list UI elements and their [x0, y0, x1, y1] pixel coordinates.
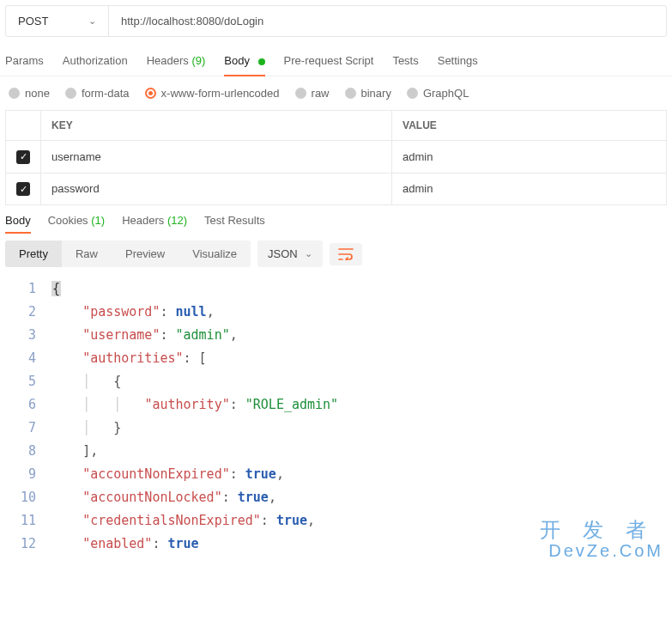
- line-number: 7: [5, 417, 51, 440]
- code-line: 10 "accountNonLocked": true,: [5, 486, 667, 509]
- code-line: 4 "authorities": [: [5, 347, 667, 370]
- line-content: "password": null,: [51, 301, 215, 324]
- code-line: 6 │ │ "authority": "ROLE_admin": [5, 393, 667, 417]
- line-content: │ }: [51, 417, 121, 440]
- tab-authorization[interactable]: Authorization: [63, 54, 128, 76]
- resp-cookies-count: (1): [91, 214, 105, 227]
- col-value: VALUE: [392, 111, 667, 141]
- wrap-lines-button[interactable]: [330, 243, 362, 265]
- resp-tab-body[interactable]: Body: [5, 214, 31, 234]
- resp-cookies-label: Cookies: [48, 214, 88, 227]
- tab-settings[interactable]: Settings: [438, 54, 478, 76]
- col-check: [6, 111, 41, 141]
- tab-params[interactable]: Params: [5, 54, 44, 76]
- code-line: 11 "credentialsNonExpired": true,: [5, 509, 667, 533]
- radio-icon: [407, 88, 418, 99]
- view-row: Pretty Raw Preview Visualize JSON ⌄: [0, 234, 672, 274]
- radio-binary-label: binary: [361, 87, 391, 100]
- code-line: 9 "accountNonExpired": true,: [5, 463, 667, 486]
- row-key[interactable]: password: [41, 173, 392, 205]
- radio-urlencoded-label: x-www-form-urlencoded: [161, 87, 280, 100]
- radio-formdata-label: form-data: [82, 87, 130, 100]
- line-number: 9: [5, 463, 51, 486]
- line-number: 2: [5, 301, 51, 324]
- code-line: 8 ],: [5, 440, 667, 463]
- line-number: 3: [5, 324, 51, 347]
- table-row[interactable]: ✓ username admin: [6, 141, 667, 173]
- view-raw[interactable]: Raw: [62, 240, 112, 267]
- line-number: 11: [5, 509, 51, 533]
- row-value[interactable]: admin: [392, 141, 667, 173]
- row-checkbox-cell: ✓: [6, 173, 41, 205]
- request-tabs: Params Authorization Headers (9) Body Pr…: [0, 42, 672, 76]
- line-content: {: [51, 277, 61, 301]
- view-pretty[interactable]: Pretty: [5, 240, 62, 267]
- line-number: 10: [5, 486, 51, 509]
- line-content: "username": "admin",: [51, 324, 238, 347]
- code-line: 1{: [5, 277, 667, 301]
- request-row: POST ⌄: [5, 5, 667, 37]
- line-content: "credentialsNonExpired": true,: [51, 509, 315, 533]
- line-number: 6: [5, 393, 51, 417]
- radio-raw-label: raw: [312, 87, 330, 100]
- row-value[interactable]: admin: [392, 173, 667, 205]
- view-segment: Pretty Raw Preview Visualize: [5, 240, 251, 267]
- method-label: POST: [18, 15, 48, 27]
- radio-graphql-label: GraphQL: [423, 87, 469, 100]
- dot-icon: [258, 58, 265, 65]
- line-content: "accountNonLocked": true,: [51, 486, 276, 509]
- tab-prerequest[interactable]: Pre-request Script: [284, 54, 374, 76]
- code-line: 3 "username": "admin",: [5, 324, 667, 347]
- resp-tab-tests[interactable]: Test Results: [204, 214, 265, 234]
- row-key[interactable]: username: [41, 141, 392, 173]
- radio-icon: [295, 88, 306, 99]
- line-content: "authorities": [: [51, 347, 207, 370]
- col-key: KEY: [41, 111, 392, 141]
- code-line: 7 │ }: [5, 417, 667, 440]
- wrap-icon: [338, 248, 354, 260]
- radio-binary[interactable]: binary: [345, 87, 391, 100]
- radio-formdata[interactable]: form-data: [65, 87, 130, 100]
- line-content: "accountNonExpired": true,: [51, 463, 284, 486]
- tab-headers-label: Headers: [147, 54, 189, 67]
- response-tabs: Body Cookies (1) Headers (12) Test Resul…: [0, 205, 672, 234]
- url-input[interactable]: [109, 6, 666, 36]
- table-row[interactable]: ✓ password admin: [6, 173, 667, 205]
- radio-icon: [145, 88, 156, 99]
- format-label: JSON: [268, 247, 298, 260]
- line-number: 5: [5, 370, 51, 393]
- body-params-table: KEY VALUE ✓ username admin✓ password adm…: [5, 110, 667, 205]
- radio-none-label: none: [25, 87, 50, 100]
- radio-icon: [65, 88, 76, 99]
- line-number: 8: [5, 440, 51, 463]
- checkbox-checked-icon[interactable]: ✓: [16, 182, 30, 196]
- response-body[interactable]: 1{2 "password": null,3 "username": "admi…: [0, 274, 672, 559]
- resp-tab-headers[interactable]: Headers (12): [122, 214, 187, 234]
- radio-icon: [9, 88, 20, 99]
- tab-headers-count: (9): [191, 54, 205, 67]
- checkbox-checked-icon[interactable]: ✓: [16, 150, 30, 164]
- body-type-row: none form-data x-www-form-urlencoded raw…: [0, 76, 672, 110]
- tab-tests[interactable]: Tests: [392, 54, 418, 76]
- view-preview[interactable]: Preview: [112, 240, 179, 267]
- radio-graphql[interactable]: GraphQL: [407, 87, 469, 100]
- radio-urlencoded[interactable]: x-www-form-urlencoded: [145, 87, 280, 100]
- line-number: 12: [5, 533, 51, 556]
- format-select[interactable]: JSON ⌄: [257, 240, 323, 267]
- line-number: 4: [5, 347, 51, 370]
- line-content: "enabled": true: [51, 533, 199, 556]
- line-content: │ {: [51, 370, 121, 393]
- resp-tab-cookies[interactable]: Cookies (1): [48, 214, 105, 234]
- radio-none[interactable]: none: [9, 87, 50, 100]
- method-select[interactable]: POST ⌄: [6, 6, 109, 36]
- chevron-down-icon: ⌄: [305, 248, 312, 259]
- chevron-down-icon: ⌄: [88, 15, 96, 27]
- resp-headers-label: Headers: [122, 214, 164, 227]
- tab-body[interactable]: Body: [224, 54, 264, 76]
- view-visualize[interactable]: Visualize: [179, 240, 251, 267]
- line-content: ],: [51, 440, 98, 463]
- resp-headers-count: (12): [167, 214, 187, 227]
- tab-headers[interactable]: Headers (9): [147, 54, 206, 76]
- radio-raw[interactable]: raw: [295, 87, 330, 100]
- code-line: 2 "password": null,: [5, 301, 667, 324]
